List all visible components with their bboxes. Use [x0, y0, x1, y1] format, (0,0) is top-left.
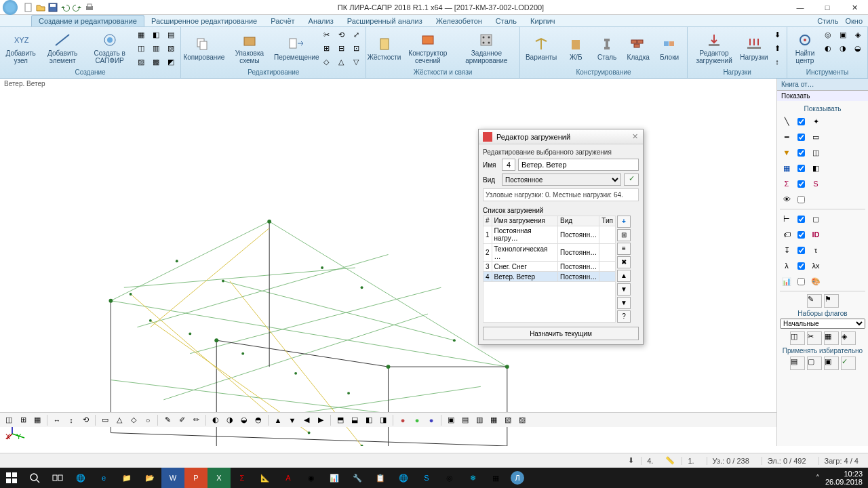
- powerpoint-icon[interactable]: P: [184, 468, 208, 488]
- folder-icon[interactable]: 📂: [138, 468, 161, 488]
- tool-icon[interactable]: ⬇: [770, 28, 784, 41]
- edit-button[interactable]: ≡: [617, 243, 631, 255]
- show-check[interactable]: [797, 216, 805, 223]
- assign-current-button[interactable]: Назначить текущим: [483, 327, 639, 340]
- lira-icon[interactable]: Л: [511, 471, 524, 485]
- loads-button[interactable]: Нагрузки: [739, 35, 769, 62]
- view-tool-icon[interactable]: △: [113, 414, 125, 426]
- view-tool-icon[interactable]: ▲: [272, 414, 284, 426]
- view-tool-icon[interactable]: ↕: [65, 414, 77, 426]
- show-check[interactable]: [797, 278, 805, 285]
- panel-tab-book[interactable]: Книга от…: [777, 79, 868, 91]
- tool-icon[interactable]: ▣: [836, 28, 850, 41]
- flag-btn[interactable]: ⚑: [824, 294, 839, 308]
- show-check[interactable]: [797, 231, 805, 239]
- tool-icon[interactable]: ▤: [164, 28, 178, 41]
- taskview-icon[interactable]: [46, 468, 69, 488]
- view-tool-icon[interactable]: ⬓: [349, 414, 361, 426]
- add-button[interactable]: +: [617, 216, 631, 228]
- add-element-button[interactable]: Добавить элемент: [40, 30, 85, 66]
- app-icon[interactable]: 📊: [323, 468, 346, 488]
- steel-button[interactable]: Сталь: [592, 35, 622, 62]
- show-check[interactable]: [797, 149, 805, 157]
- view-tool-icon[interactable]: ●: [411, 414, 423, 426]
- stiffness-button[interactable]: Жёсткости: [369, 35, 399, 62]
- status-loadnum-icon[interactable]: ⬇: [628, 456, 634, 465]
- tool-icon[interactable]: ◑: [836, 42, 850, 54]
- app-icon[interactable]: 📐: [254, 468, 277, 488]
- section-constructor-button[interactable]: Конструктор сечений: [401, 30, 455, 66]
- tool-icon[interactable]: ◫: [134, 42, 148, 54]
- tool-icon[interactable]: △: [334, 56, 348, 68]
- apply-button[interactable]: ✓: [624, 174, 639, 186]
- close-button[interactable]: ✕: [841, 0, 868, 15]
- view-tool-icon[interactable]: ⬒: [334, 414, 347, 426]
- print-icon[interactable]: [84, 2, 95, 13]
- view-tool-icon[interactable]: ⟲: [79, 414, 92, 426]
- help-button[interactable]: ?: [617, 310, 631, 323]
- window-menu[interactable]: Окно: [845, 17, 863, 25]
- explorer-icon[interactable]: 📁: [115, 468, 138, 488]
- loads-table[interactable]: #Имя загруженияВидТип 1Постоянная нагру……: [483, 216, 616, 323]
- view-tool-icon[interactable]: ◫: [3, 414, 15, 426]
- tool-icon[interactable]: ▧: [164, 42, 178, 54]
- view-tool-icon[interactable]: ◒: [238, 414, 250, 426]
- show-check[interactable]: [797, 247, 805, 254]
- view-tool-icon[interactable]: ◨: [377, 414, 389, 426]
- tool-icon[interactable]: ↕: [770, 56, 784, 68]
- view-tool-icon[interactable]: ○: [142, 414, 154, 426]
- variants-button[interactable]: Варианты: [523, 35, 559, 62]
- view-tool-icon[interactable]: ▦: [31, 414, 43, 426]
- view-tool-icon[interactable]: ✏: [190, 414, 202, 426]
- create-sapfir-button[interactable]: Создать в САПФИР: [86, 30, 133, 66]
- up-button[interactable]: ▲: [617, 270, 631, 282]
- tab-brick[interactable]: Кирпич: [524, 16, 562, 26]
- show-check[interactable]: [797, 118, 805, 125]
- app-icon[interactable]: 🔧: [346, 468, 369, 488]
- minimize-button[interactable]: —: [787, 0, 814, 15]
- view-tool-icon[interactable]: ◧: [363, 414, 375, 426]
- view-tool-icon[interactable]: ▧: [502, 414, 514, 426]
- app-icon[interactable]: A: [277, 468, 300, 488]
- start-button[interactable]: [0, 468, 23, 488]
- load-editor-button[interactable]: Редактор загружений: [690, 30, 738, 66]
- view-tool-icon[interactable]: ●: [397, 414, 409, 426]
- tab-calc[interactable]: Расчёт: [264, 16, 301, 26]
- tool-icon[interactable]: ▽: [349, 56, 363, 68]
- tool-icon[interactable]: ✂: [319, 28, 333, 41]
- view-tool-icon[interactable]: ⊞: [17, 414, 29, 426]
- tab-concrete[interactable]: Железобетон: [429, 16, 489, 26]
- dialog-close-button[interactable]: ✕: [629, 131, 640, 142]
- blocks-button[interactable]: Блоки: [654, 35, 684, 62]
- view-tool-icon[interactable]: ◐: [210, 414, 222, 426]
- view-tool-icon[interactable]: ▣: [445, 414, 457, 426]
- preset-btn[interactable]: ✂: [807, 331, 822, 345]
- flag-btn[interactable]: ✎: [807, 294, 822, 308]
- move-button[interactable]: Перемещение: [275, 35, 318, 62]
- tool-icon[interactable]: ◎: [821, 28, 835, 41]
- app-icon[interactable]: ▦: [484, 468, 507, 488]
- skype-icon[interactable]: S: [415, 468, 438, 488]
- status-scale[interactable]: 1.: [682, 457, 699, 465]
- new-icon[interactable]: [23, 2, 34, 13]
- view-tool-icon[interactable]: ▶: [315, 414, 327, 426]
- load-name-input[interactable]: Ветер. Ветер: [518, 159, 639, 171]
- word-icon[interactable]: W: [161, 468, 184, 488]
- find-center-button[interactable]: Найти центр: [790, 30, 820, 66]
- app-icon[interactable]: 📋: [369, 468, 392, 488]
- show-check[interactable]: [797, 134, 805, 141]
- open-icon[interactable]: [35, 2, 46, 13]
- view-tool-icon[interactable]: ↔: [51, 414, 63, 426]
- preset-btn[interactable]: ◫: [790, 331, 805, 345]
- copy-button[interactable]: ⊞: [617, 229, 631, 241]
- tool-icon[interactable]: ▩: [149, 56, 163, 68]
- add-node-button[interactable]: XYZДобавить узел: [3, 30, 39, 66]
- clock[interactable]: 10:2326.09.2018: [825, 470, 863, 486]
- tray-up-icon[interactable]: ˄: [816, 474, 820, 483]
- app-icon[interactable]: ◉: [300, 468, 323, 488]
- show-check[interactable]: [797, 165, 805, 172]
- filter-button[interactable]: ▼: [617, 297, 631, 309]
- tool-icon[interactable]: ◩: [164, 56, 178, 68]
- view-tool-icon[interactable]: ▤: [459, 414, 471, 426]
- apply-btn[interactable]: ▢: [807, 357, 822, 370]
